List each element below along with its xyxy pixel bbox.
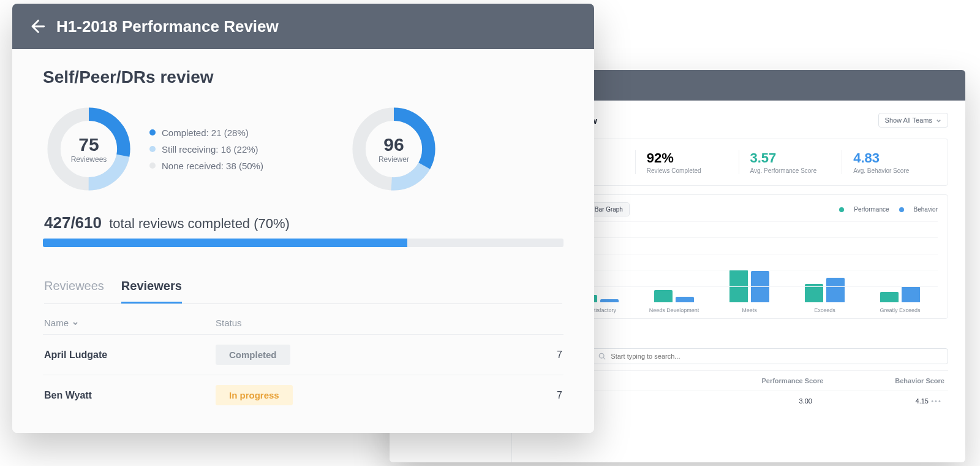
progress-bar <box>43 239 564 247</box>
stat-completed: 92%Reviews Completed <box>636 150 739 174</box>
legend-dot-completed <box>149 129 156 136</box>
status-badge: In progress <box>216 385 293 405</box>
stat-beh-score: 4.83Avg. Behavior Score <box>842 150 945 174</box>
reviewees-label: Reviewees <box>71 155 107 164</box>
row-beh: 4.15 <box>812 397 929 405</box>
table-row[interactable]: April Ludgate Completed 7 <box>43 334 564 375</box>
row-name: Ben Wyatt <box>44 390 216 401</box>
review-detail-panel: H1-2018 Performance Review Self/Peer/DRs… <box>12 4 594 433</box>
row-perf: 3.00 <box>696 397 812 405</box>
legend-behavior: Behavior <box>914 206 938 213</box>
svg-line-7 <box>604 357 606 359</box>
row-count: 7 <box>526 350 562 361</box>
back-button[interactable] <box>28 18 45 35</box>
table-header: Name Status <box>44 318 562 328</box>
search-icon <box>598 353 606 360</box>
sort-caret-icon <box>72 320 78 326</box>
reviewees-count: 75 <box>78 134 99 155</box>
stat-perf-score: 3.57Avg. Performance Score <box>739 150 843 174</box>
reviewers-donut: 96 Reviewer <box>348 103 440 195</box>
svg-point-6 <box>600 353 605 358</box>
legend-dot-none <box>149 162 156 169</box>
row-name: April Ludgate <box>44 350 216 361</box>
tab-reviewees[interactable]: Reviewees <box>44 273 104 304</box>
legend-dot-performance <box>839 207 844 212</box>
col-name[interactable]: Name <box>44 318 69 328</box>
legend-none: None received: 38 (50%) <box>162 161 263 171</box>
reviewees-donut: 75 Reviewees <box>43 103 135 195</box>
bar-chart: 2001601208040 UnsatisfactoryNeeds Develo… <box>540 221 938 313</box>
donut-legend: Completed: 21 (28%) Still receiving: 16 … <box>149 128 263 171</box>
col-beh-score[interactable]: Behavior Score <box>823 377 944 384</box>
row-more-icon[interactable]: ••• <box>929 397 944 405</box>
reviewers-count: 96 <box>383 134 404 155</box>
search-input[interactable] <box>611 353 941 360</box>
panel-a-header: H1-2018 Performance Review <box>12 4 594 49</box>
search-box[interactable] <box>592 348 948 364</box>
col-status[interactable]: Status <box>216 318 242 328</box>
table-row[interactable]: Ben Wyatt In progress 7 <box>43 375 564 415</box>
status-badge: Completed <box>216 345 290 365</box>
tab-reviewers[interactable]: Reviewers <box>121 273 182 304</box>
legend-dot-receiving <box>149 146 156 152</box>
legend-receiving: Still receiving: 16 (22%) <box>162 144 258 155</box>
chart-legend: Performance Behavior <box>839 206 938 213</box>
row-count: 7 <box>526 390 562 401</box>
progress-text: 427/610 total reviews completed (70%) <box>44 213 562 232</box>
legend-dot-behavior <box>899 207 904 212</box>
team-filter-dropdown[interactable]: Show All Teams <box>878 113 948 128</box>
page-title: H1-2018 Performance Review <box>56 17 279 36</box>
reviewers-label: Reviewer <box>379 155 409 164</box>
chevron-down-icon <box>936 118 941 123</box>
section-title: Self/Peer/DRs review <box>43 67 564 87</box>
reviewer-tabs: Reviewees Reviewers <box>44 273 562 304</box>
legend-performance: Performance <box>854 206 889 213</box>
legend-completed: Completed: 21 (28%) <box>162 128 249 138</box>
col-perf-score[interactable]: Performance Score <box>703 377 824 384</box>
